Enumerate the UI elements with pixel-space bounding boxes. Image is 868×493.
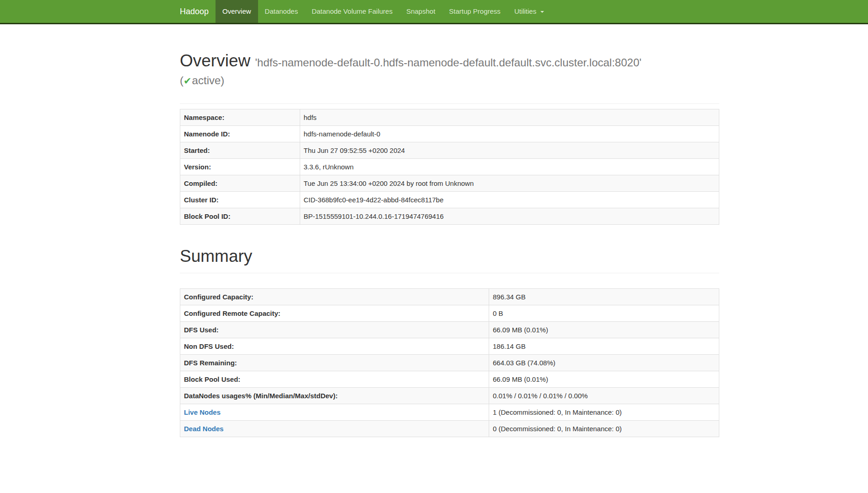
namenode-info-table: Namespace: hdfs Namenode ID: hdfs-nameno…: [180, 109, 719, 225]
row-value: 0 B: [489, 305, 719, 322]
nav-item-label: Datanode Volume Failures: [312, 7, 393, 15]
row-label-cell: Started:: [180, 142, 300, 159]
row-label-cell: Version:: [180, 159, 300, 175]
row-value: 3.3.6, rUnknown: [300, 159, 719, 175]
capacity-row-non-dfs-used: Non DFS Used: 186.14 GB: [180, 338, 719, 355]
nav-item-datanode-volume-failures[interactable]: Datanode Volume Failures: [305, 0, 399, 23]
info-row-block-pool-id: Block Pool ID: BP-1515559101-10.244.0.16…: [180, 208, 719, 225]
row-value: 0.01% / 0.01% / 0.01% / 0.00%: [489, 388, 719, 404]
row-label: Version:: [184, 163, 211, 171]
namenode-state: (✔active): [180, 73, 719, 89]
row-label-cell: DFS Used:: [180, 322, 489, 338]
capacity-table: Configured Capacity: 896.34 GB Configure…: [180, 288, 719, 437]
capacity-row-dfs-remaining: DFS Remaining: 664.03 GB (74.08%): [180, 355, 719, 371]
row-label-cell: Namespace:: [180, 109, 300, 126]
caret-down-icon: [540, 11, 544, 13]
nav-item-label: Snapshot: [406, 7, 435, 15]
info-row-version: Version: 3.3.6, rUnknown: [180, 159, 719, 175]
info-row-started: Started: Thu Jun 27 09:52:55 +0200 2024: [180, 142, 719, 159]
row-value: 66.09 MB (0.01%): [489, 371, 719, 388]
info-row-compiled: Compiled: Tue Jun 25 13:34:00 +0200 2024…: [180, 175, 719, 192]
capacity-row-dead-nodes: Dead Nodes 0 (Decommissioned: 0, In Main…: [180, 421, 719, 437]
nav-item-label: Utilities: [514, 7, 536, 15]
row-label-cell: Configured Capacity:: [180, 289, 489, 305]
row-label: Non DFS Used:: [184, 342, 234, 350]
row-label: Namespace:: [184, 114, 224, 121]
row-label[interactable]: Dead Nodes: [184, 425, 224, 433]
row-value: Tue Jun 25 13:34:00 +0200 2024 by root f…: [300, 175, 719, 192]
navbar-brand-hadoop[interactable]: Hadoop: [173, 0, 216, 23]
row-value: 186.14 GB: [489, 338, 719, 355]
main-content: Overview 'hdfs-namenode-default-0.hdfs-n…: [180, 51, 719, 437]
nav-item-startup-progress[interactable]: Startup Progress: [442, 0, 507, 23]
row-label-cell: Block Pool Used:: [180, 371, 489, 388]
row-label: Block Pool Used:: [184, 375, 240, 383]
state-label: active: [192, 74, 221, 87]
row-value: 66.09 MB (0.01%): [489, 322, 719, 338]
row-label-cell: Block Pool ID:: [180, 208, 300, 225]
row-value: 1 (Decommissioned: 0, In Maintenance: 0): [489, 404, 719, 421]
summary-block: [180, 273, 719, 287]
navbar-container: Hadoop Overview Datanodes Datanode Volum…: [173, 0, 868, 23]
capacity-row-configured-remote-capacity: Configured Remote Capacity: 0 B: [180, 305, 719, 322]
capacity-row-dfs-used: DFS Used: 66.09 MB (0.01%): [180, 322, 719, 338]
capacity-row-live-nodes: Live Nodes 1 (Decommissioned: 0, In Main…: [180, 404, 719, 421]
row-value: 664.03 GB (74.08%): [489, 355, 719, 371]
row-value: 0 (Decommissioned: 0, In Maintenance: 0): [489, 421, 719, 437]
row-label-cell: Namenode ID:: [180, 126, 300, 142]
row-value: CID-368b9fc0-ee19-4d22-abbd-84fcec8117be: [300, 192, 719, 208]
row-label-cell: Configured Remote Capacity:: [180, 305, 489, 322]
page-header: Overview 'hdfs-namenode-default-0.hdfs-n…: [180, 51, 719, 104]
row-label: Compiled:: [184, 179, 217, 187]
row-value: BP-1515559101-10.244.0.16-1719474769416: [300, 208, 719, 225]
row-label-cell: Live Nodes: [180, 404, 489, 421]
row-label: Block Pool ID:: [184, 212, 231, 220]
summary-heading: Summary: [180, 246, 719, 266]
row-label: Configured Capacity:: [184, 293, 253, 301]
row-label: Cluster ID:: [184, 196, 219, 204]
nav-item-datanodes[interactable]: Datanodes: [258, 0, 305, 23]
info-row-namespace: Namespace: hdfs: [180, 109, 719, 126]
row-value: hdfs-namenode-default-0: [300, 126, 719, 142]
top-navbar: Hadoop Overview Datanodes Datanode Volum…: [0, 0, 868, 24]
row-label-cell: Dead Nodes: [180, 421, 489, 437]
row-value: hdfs: [300, 109, 719, 126]
row-label-cell: DFS Remaining:: [180, 355, 489, 371]
row-label-cell: DataNodes usages% (Min/Median/Max/stdDev…: [180, 388, 489, 404]
row-label: DFS Remaining:: [184, 359, 237, 367]
page-heading: Overview 'hdfs-namenode-default-0.hdfs-n…: [180, 51, 719, 73]
info-row-namenode-id: Namenode ID: hdfs-namenode-default-0: [180, 126, 719, 142]
row-label: Started:: [184, 146, 210, 154]
nav-item-label: Overview: [222, 7, 251, 15]
capacity-row-block-pool-used: Block Pool Used: 66.09 MB (0.01%): [180, 371, 719, 388]
row-value: 896.34 GB: [489, 289, 719, 305]
info-row-cluster-id: Cluster ID: CID-368b9fc0-ee19-4d22-abbd-…: [180, 192, 719, 208]
row-value: Thu Jun 27 09:52:55 +0200 2024: [300, 142, 719, 159]
row-label-cell: Cluster ID:: [180, 192, 300, 208]
row-label: DFS Used:: [184, 326, 219, 334]
nav-item-overview[interactable]: Overview: [216, 0, 258, 23]
row-label: Configured Remote Capacity:: [184, 309, 280, 317]
row-label: DataNodes usages% (Min/Median/Max/stdDev…: [184, 392, 338, 400]
nav-item-label: Startup Progress: [449, 7, 501, 15]
header-divider: [180, 103, 719, 104]
row-label-cell: Non DFS Used:: [180, 338, 489, 355]
navbar-menu: Overview Datanodes Datanode Volume Failu…: [216, 0, 551, 23]
nav-item-label: Datanodes: [265, 7, 298, 15]
namenode-endpoint: 'hdfs-namenode-default-0.hdfs-namenode-d…: [255, 56, 641, 69]
row-label-cell: Compiled:: [180, 175, 300, 192]
nav-item-utilities[interactable]: Utilities: [507, 0, 551, 23]
capacity-row-configured-capacity: Configured Capacity: 896.34 GB: [180, 289, 719, 305]
page-title: Overview: [180, 51, 250, 70]
capacity-row-datanodes-usages-min-median-max-stddev: DataNodes usages% (Min/Median/Max/stdDev…: [180, 388, 719, 404]
row-label[interactable]: Live Nodes: [184, 408, 221, 416]
check-icon: ✔: [183, 76, 192, 86]
nav-item-snapshot[interactable]: Snapshot: [399, 0, 442, 23]
row-label: Namenode ID:: [184, 130, 230, 138]
